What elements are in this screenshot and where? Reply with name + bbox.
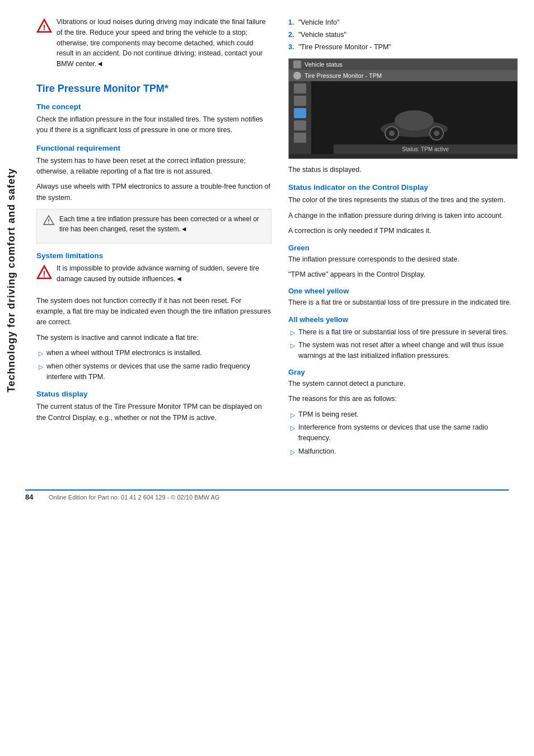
- footer-text: Online Edition for Part no. 01 41 2 604 …: [49, 494, 219, 501]
- one-wheel-yellow-text: There is a flat tire or substantial loss…: [288, 297, 518, 308]
- system-limitations-bullets: ▷ when a wheel without TPM electronics i…: [36, 348, 271, 382]
- concept-text: Check the inflation pressure in the four…: [36, 114, 271, 136]
- screen-title-icon: [293, 60, 301, 68]
- warning-block: ! Vibrations or loud noises during drivi…: [36, 17, 271, 74]
- list-item: ▷ There is a flat tire or substantial lo…: [288, 327, 518, 338]
- status-display-text: The current status of the Tire Pressure …: [36, 402, 271, 423]
- system-limitations-heading: System limitations: [36, 251, 271, 260]
- warning-icon: !: [36, 18, 52, 34]
- status-display-heading: Status display: [36, 390, 271, 398]
- reset-note-text: Each time a tire inflation pressure has …: [59, 214, 265, 234]
- one-wheel-yellow-label: One wheel yellow: [288, 287, 518, 295]
- green-para1: The inflation pressure corresponds to th…: [288, 254, 518, 265]
- screen-image: Vehicle status Tire Pressure Monitor - T…: [288, 58, 518, 159]
- all-wheels-yellow-label: All wheels yellow: [288, 315, 518, 324]
- menu-icon: [294, 96, 306, 106]
- system-limitations-warning: ! It is impossible to provide advance wa…: [36, 263, 271, 289]
- system-limitations-para1: The system does not function correctly i…: [36, 296, 271, 328]
- gray-para2: The reasons for this are as follows:: [288, 394, 518, 404]
- functional-req-para2: Always use wheels with TPM electronics t…: [36, 181, 271, 203]
- gray-label: Gray: [288, 368, 518, 376]
- bullet-arrow-icon: ▷: [291, 423, 295, 433]
- warning-text: Vibrations or loud noises during driving…: [57, 17, 271, 69]
- status-indicator-heading: Status indicator on the Control Display: [288, 183, 518, 192]
- status-indicator-intro2: A change in the inflation pressure durin…: [288, 211, 518, 221]
- screen-body: Status: TPM active: [289, 81, 517, 154]
- status-indicator-intro1: The color of the tires represents the st…: [288, 195, 518, 206]
- green-para2: "TPM active" appears in the Control Disp…: [288, 269, 518, 280]
- left-column: ! Vibrations or loud noises during drivi…: [36, 17, 283, 461]
- svg-text:!: !: [43, 269, 46, 278]
- menu-icon: [294, 133, 306, 143]
- car-svg: [369, 90, 459, 146]
- page-title: Tire Pressure Monitor TPM*: [36, 83, 271, 95]
- system-limitations-warning-text: It is impossible to provide advance warn…: [57, 263, 271, 284]
- page-number: 84: [25, 493, 42, 501]
- screen-main-content: Status: TPM active: [311, 81, 517, 154]
- reset-note-box: Each time a tire inflation pressure has …: [36, 209, 271, 244]
- bullet-arrow-icon: ▷: [39, 362, 43, 372]
- svg-text:!: !: [43, 23, 46, 32]
- sidebar-label: Technology for driving comfort and safet…: [0, 84, 22, 476]
- svg-point-8: [395, 110, 434, 130]
- list-item: ▷ TPM is being reset.: [288, 409, 518, 420]
- gray-para1: The system cannot detect a puncture.: [288, 379, 518, 389]
- menu-icon: [294, 120, 306, 130]
- system-limitations-para2: The system is inactive and cannot indica…: [36, 333, 271, 343]
- screen-title-bar: Vehicle status: [289, 59, 517, 70]
- svg-point-12: [434, 130, 439, 136]
- list-item: 3. "Tire Pressure Monitor - TPM": [288, 41, 518, 53]
- functional-req-para1: The system has to have been reset at the…: [36, 156, 271, 178]
- screen-left-menu: [289, 81, 311, 154]
- page-footer: 84 Online Edition for Part no. 01 41 2 6…: [25, 489, 509, 501]
- screen-submenu-icon: [293, 72, 301, 80]
- screen-submenu: Tire Pressure Monitor - TPM: [289, 70, 517, 81]
- bullet-arrow-icon: ▷: [291, 328, 295, 338]
- bullet-arrow-icon: ▷: [291, 447, 295, 457]
- list-item: 1. "Vehicle Info": [288, 17, 518, 28]
- list-item: 2. "Vehicle status": [288, 29, 518, 40]
- system-warning-icon: !: [36, 264, 52, 280]
- screen-status-bar: Status: TPM active: [334, 144, 517, 154]
- list-item: ▷ when a wheel without TPM electronics i…: [36, 348, 271, 358]
- all-wheels-yellow-bullets: ▷ There is a flat tire or substantial lo…: [288, 327, 518, 361]
- gray-bullets: ▷ TPM is being reset. ▷ Interference fro…: [288, 409, 518, 457]
- status-caption: The status is displayed.: [288, 165, 518, 175]
- note-triangle-icon: [43, 214, 55, 227]
- right-column: 1. "Vehicle Info" 2. "Vehicle status" 3.…: [283, 17, 518, 461]
- bullet-arrow-icon: ▷: [39, 349, 43, 358]
- menu-icon: [294, 108, 306, 118]
- concept-heading: The concept: [36, 102, 271, 111]
- svg-point-4: [48, 223, 49, 224]
- list-item: ▷ when other systems or devices that use…: [36, 361, 271, 382]
- numbered-list: 1. "Vehicle Info" 2. "Vehicle status" 3.…: [288, 17, 518, 53]
- status-indicator-intro3: A correction is only needed if TPM indic…: [288, 226, 518, 236]
- green-label: Green: [288, 244, 518, 252]
- bullet-arrow-icon: ▷: [291, 341, 295, 351]
- svg-point-11: [389, 130, 395, 136]
- list-item: ▷ Interference from systems or devices t…: [288, 422, 518, 444]
- menu-icon: [294, 83, 306, 94]
- functional-req-heading: Functional requirement: [36, 144, 271, 152]
- list-item: ▷ The system was not reset after a wheel…: [288, 340, 518, 361]
- list-item: ▷ Malfunction.: [288, 446, 518, 457]
- bullet-arrow-icon: ▷: [291, 410, 295, 420]
